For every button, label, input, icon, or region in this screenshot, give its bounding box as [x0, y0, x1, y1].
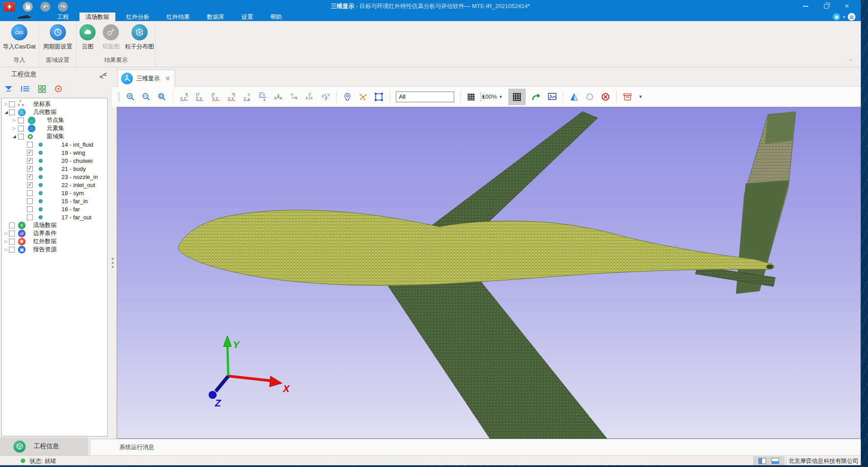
- collapse-all-button[interactable]: [20, 84, 30, 93]
- tree-checkbox[interactable]: [27, 150, 33, 156]
- tree-row[interactable]: 22 - inlet_out: [2, 181, 107, 189]
- tree-checkbox[interactable]: [27, 182, 33, 188]
- layout-left-icon[interactable]: [758, 458, 766, 464]
- import-cas-dat-button[interactable]: cas 导入Cas/Dat: [0, 24, 39, 51]
- tab-scroll-left-button[interactable]: <: [100, 73, 104, 80]
- tree-checkbox[interactable]: [27, 174, 33, 180]
- 3d-viewport[interactable]: Y X Z: [117, 107, 861, 439]
- tree-row[interactable]: ▷ ⇔ 节点集: [2, 116, 107, 124]
- toolbar-grip[interactable]: [118, 92, 120, 102]
- view-iso-2-button[interactable]: Yx: [289, 92, 299, 102]
- menu-item-ir-analysis[interactable]: 红外分析: [120, 13, 156, 21]
- menu-item-settings[interactable]: 设置: [235, 13, 259, 21]
- minimize-button[interactable]: [795, 0, 816, 13]
- tree-row[interactable]: ▷ ✱ 红外数据: [2, 237, 107, 245]
- menu-item-database[interactable]: 数据库: [201, 13, 231, 21]
- tree-checkbox[interactable]: [18, 134, 24, 140]
- probe-button[interactable]: [342, 92, 352, 102]
- tree-checkbox[interactable]: [9, 239, 15, 244]
- menu-item-ir-results[interactable]: 红外结果: [160, 13, 196, 21]
- zoom-in-button[interactable]: [126, 92, 136, 102]
- tab-3d-view[interactable]: 三维显示 ✕: [118, 70, 175, 87]
- tree-row[interactable]: ▷ ⇄ 边界条件: [2, 229, 107, 237]
- project-tree[interactable]: ▷ Yzx 坐标系 ◢ △ 几何数据 ▷ ⇔ 节点集 ▷ ◌ 元素集: [1, 98, 108, 436]
- tree-checkbox[interactable]: [27, 206, 33, 212]
- tree-checkbox[interactable]: [27, 198, 33, 204]
- box-select-button[interactable]: [374, 92, 384, 102]
- particles-display-button[interactable]: [358, 92, 368, 102]
- tree-row[interactable]: ◢ 面域集: [2, 132, 107, 140]
- view-iso-3-button[interactable]: zxY: [305, 92, 315, 102]
- tree-checkbox[interactable]: [9, 223, 15, 228]
- menu-item-flowfield[interactable]: 流场数据: [79, 13, 115, 21]
- particle-distribution-button[interactable]: 粒子分布图: [123, 24, 155, 51]
- tree-checkbox[interactable]: [27, 158, 33, 164]
- tree-row[interactable]: 21 - body: [2, 165, 107, 173]
- expander-icon[interactable]: ▷: [4, 102, 9, 106]
- zoom-fit-button[interactable]: [157, 92, 167, 102]
- tree-checkbox[interactable]: [27, 190, 33, 196]
- close-button[interactable]: ×: [837, 0, 857, 13]
- chevron-down-icon[interactable]: ▼: [638, 94, 643, 99]
- expander-icon[interactable]: ◢: [12, 134, 17, 139]
- tree-row[interactable]: 14 - int_fluid: [2, 140, 107, 148]
- view-iso-4-button[interactable]: zyY: [320, 92, 330, 102]
- tree-checkbox[interactable]: [9, 247, 15, 253]
- periodic-face-button[interactable]: 周期面设置: [39, 24, 76, 51]
- tree-checkbox[interactable]: [9, 101, 15, 107]
- expander-icon[interactable]: ▷: [12, 126, 17, 131]
- menu-item-help[interactable]: 帮助: [264, 13, 288, 21]
- layout-bottom-icon[interactable]: [772, 458, 779, 464]
- tree-row[interactable]: ▷ Yzx 坐标系: [2, 100, 107, 108]
- project-info-bottom-tab[interactable]: 工程信息: [0, 437, 88, 455]
- view-back-button[interactable]: zxY: [195, 92, 205, 102]
- titlebar[interactable]: ↶ ↷ 三维显示 - 目标与环境红外特性仿真分析与评估软件— MTE-IR_20…: [0, 0, 861, 13]
- tree-checkbox[interactable]: [27, 214, 33, 220]
- group-view-button[interactable]: [37, 84, 47, 93]
- expander-icon[interactable]: ▷: [4, 239, 9, 244]
- tree-row[interactable]: 16 - far: [2, 205, 107, 213]
- theme-button[interactable]: ▤: [848, 13, 855, 21]
- style-switch-button[interactable]: ▣: [833, 13, 840, 21]
- display-filter-combobox[interactable]: ▼: [396, 92, 454, 102]
- view-front-button[interactable]: xzY: [179, 92, 189, 102]
- expander-icon[interactable]: ▷: [4, 231, 9, 236]
- tree-checkbox[interactable]: [27, 166, 33, 172]
- snapshot-button[interactable]: [547, 92, 557, 102]
- tree-row[interactable]: 20 - chuiwei: [2, 157, 107, 165]
- tree-checkbox[interactable]: [9, 109, 15, 115]
- expander-icon[interactable]: ◢: [4, 110, 9, 114]
- cancel-button[interactable]: [601, 92, 610, 102]
- mesh-display-toggle[interactable]: [509, 89, 526, 105]
- locate-button[interactable]: [53, 84, 63, 93]
- transparency-button[interactable]: [466, 92, 476, 102]
- tree-checkbox[interactable]: [27, 142, 33, 148]
- tree-row[interactable]: ▷ ▣ 报告资源: [2, 245, 107, 253]
- tree-checkbox[interactable]: [18, 126, 24, 131]
- tree-row[interactable]: 17 - far_out: [2, 213, 107, 221]
- panel-splitter-handle[interactable]: [111, 258, 114, 268]
- archive-button[interactable]: [623, 92, 632, 102]
- tree-row[interactable]: 19 - wing: [2, 148, 107, 157]
- export-button[interactable]: [531, 92, 541, 102]
- tree-checkbox[interactable]: [9, 231, 15, 236]
- tree-checkbox[interactable]: [18, 118, 24, 123]
- expander-icon[interactable]: ▷: [12, 118, 17, 122]
- contour-plot-button[interactable]: 云图: [77, 24, 98, 51]
- loop-animation-button[interactable]: [585, 92, 595, 102]
- tree-row[interactable]: 23 - nozzle_in: [2, 173, 107, 181]
- view-top-button[interactable]: zYx: [242, 92, 252, 102]
- chevron-down-icon[interactable]: ▾: [843, 15, 845, 19]
- restore-button[interactable]: [816, 0, 837, 13]
- tab-close-icon[interactable]: ✕: [165, 75, 171, 82]
- tree-row[interactable]: < 流场数据: [2, 221, 107, 229]
- expander-icon[interactable]: ▷: [4, 247, 9, 252]
- opacity-level-dropdown[interactable]: 100% ▼: [482, 93, 503, 100]
- tree-row[interactable]: ◢ △ 几何数据: [2, 108, 107, 116]
- panel-collapse-button[interactable]: <: [103, 71, 107, 78]
- view-right-button[interactable]: zxY: [226, 92, 236, 102]
- mirror-button[interactable]: [569, 92, 579, 102]
- tree-row[interactable]: 15 - far_in: [2, 197, 107, 205]
- ribbon-collapse-button[interactable]: ⌃: [849, 58, 853, 64]
- filter-button[interactable]: [4, 84, 13, 93]
